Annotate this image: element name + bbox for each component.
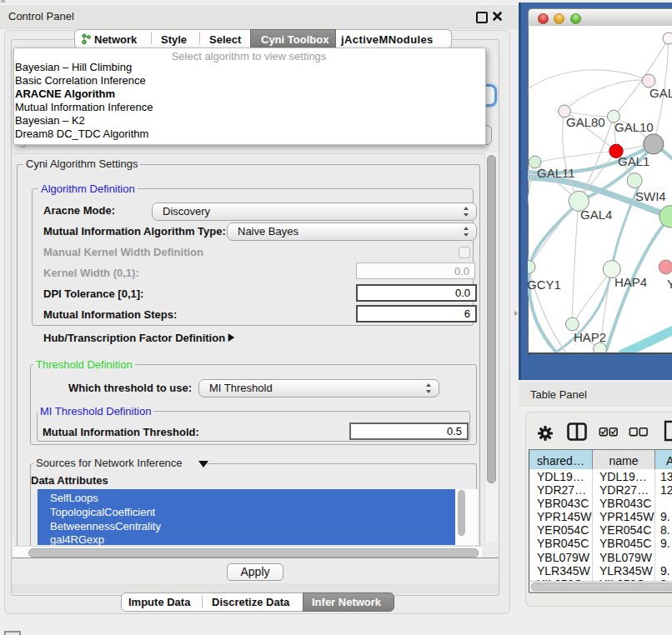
svg-text:GAL1: GAL1 — [618, 154, 649, 168]
svg-text:SWI4: SWI4 — [635, 189, 666, 203]
svg-text:GAL11: GAL11 — [537, 166, 575, 180]
svg-text:GAL4: GAL4 — [580, 208, 612, 222]
svg-text:GCY1: GCY1 — [528, 278, 561, 292]
svg-text:Y: Y — [667, 277, 672, 291]
svg-text:GAL10: GAL10 — [614, 120, 654, 134]
svg-text:GAL80: GAL80 — [566, 115, 605, 129]
svg-text:HAP2: HAP2 — [574, 330, 606, 344]
svg-text:GAL: GAL — [649, 86, 672, 100]
svg-text:HAP4: HAP4 — [614, 275, 647, 289]
